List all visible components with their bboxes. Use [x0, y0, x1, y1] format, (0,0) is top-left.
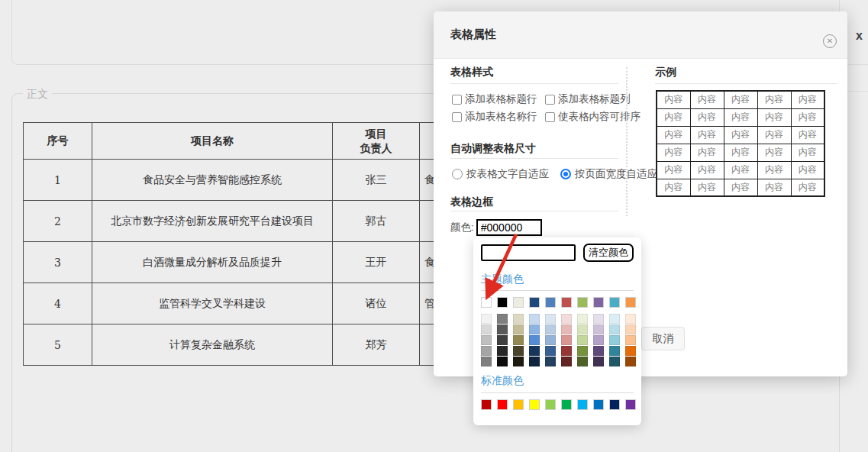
standard-color-swatch[interactable]: [497, 399, 508, 410]
theme-variant-swatch[interactable]: [497, 324, 508, 334]
theme-variant-swatch[interactable]: [609, 314, 620, 324]
theme-variant-swatch[interactable]: [545, 357, 556, 366]
theme-variant-swatch[interactable]: [609, 324, 620, 334]
example-cell: 内容: [757, 179, 791, 196]
theme-variant-swatch[interactable]: [529, 324, 540, 334]
checkbox[interactable]: [452, 112, 462, 122]
theme-variant-swatch[interactable]: [497, 346, 508, 356]
cutoff-toolbar-icon: x: [856, 29, 863, 43]
standard-color-swatch[interactable]: [481, 399, 492, 410]
theme-color-swatch[interactable]: [513, 297, 524, 308]
color-picker-input[interactable]: [481, 244, 576, 261]
divider: [847, 64, 868, 65]
standard-color-swatch[interactable]: [529, 399, 540, 410]
table-cell: 3: [24, 242, 92, 283]
theme-variant-swatch[interactable]: [577, 357, 588, 366]
theme-variant-swatch[interactable]: [497, 357, 508, 366]
example-cell: 内容: [690, 161, 724, 179]
checkbox[interactable]: [545, 112, 555, 122]
theme-variant-swatch[interactable]: [529, 346, 540, 356]
theme-variant-swatch[interactable]: [561, 314, 572, 324]
checkbox[interactable]: [545, 95, 555, 105]
theme-variant-swatch[interactable]: [481, 357, 492, 366]
table-style-checkbox-item[interactable]: 添加表格标题行: [452, 93, 545, 105]
theme-variant-swatch[interactable]: [593, 314, 604, 324]
theme-variant-swatch[interactable]: [481, 314, 492, 324]
theme-variant-swatch[interactable]: [609, 357, 620, 366]
theme-variant-swatch[interactable]: [577, 346, 588, 356]
theme-variant-swatch[interactable]: [625, 357, 636, 366]
theme-variant-swatch[interactable]: [593, 324, 604, 334]
theme-variant-swatch[interactable]: [513, 357, 524, 366]
clear-color-button[interactable]: 清空颜色: [583, 244, 634, 262]
theme-variant-swatch[interactable]: [513, 346, 524, 356]
standard-color-swatch[interactable]: [625, 399, 636, 410]
theme-color-swatch[interactable]: [497, 297, 508, 308]
theme-variant-swatch[interactable]: [593, 357, 604, 366]
example-cell: 内容: [724, 144, 757, 161]
border-color-input[interactable]: [476, 219, 542, 236]
theme-variant-swatch[interactable]: [625, 324, 636, 334]
close-icon[interactable]: ✕: [823, 34, 837, 48]
border-color-row: 颜色:: [450, 219, 542, 236]
theme-variant-swatch[interactable]: [545, 346, 556, 356]
theme-variant-swatch[interactable]: [609, 346, 620, 356]
theme-color-swatch[interactable]: [577, 297, 588, 308]
standard-color-swatch[interactable]: [513, 399, 524, 410]
standard-color-swatch[interactable]: [593, 399, 604, 410]
theme-color-swatch[interactable]: [545, 297, 556, 308]
theme-variant-swatch[interactable]: [545, 324, 556, 334]
theme-variant-swatch[interactable]: [529, 357, 540, 366]
color-picker-popup: 清空颜色 主题颜色 标准颜色: [473, 237, 641, 425]
theme-variant-swatch[interactable]: [593, 335, 604, 345]
theme-color-swatch[interactable]: [529, 297, 540, 308]
example-cell: 内容: [791, 144, 824, 161]
autosize-radio-item[interactable]: 按表格文字自适应: [452, 167, 549, 180]
table-style-checkbox-item[interactable]: 添加表格名称行: [452, 111, 545, 123]
theme-variant-swatch[interactable]: [481, 335, 492, 345]
standard-colors-link[interactable]: 标准颜色: [481, 374, 524, 388]
theme-color-swatch[interactable]: [625, 297, 636, 308]
theme-color-swatch[interactable]: [593, 297, 604, 308]
section-title-border: 表格边框: [450, 195, 493, 209]
theme-variant-swatch[interactable]: [545, 335, 556, 345]
radio[interactable]: [452, 169, 463, 179]
theme-variant-swatch[interactable]: [481, 324, 492, 334]
standard-color-swatch[interactable]: [609, 399, 620, 410]
theme-variant-swatch[interactable]: [529, 314, 540, 324]
theme-variant-swatch[interactable]: [513, 314, 524, 324]
cancel-button[interactable]: 取消: [641, 327, 685, 350]
checkbox[interactable]: [452, 95, 462, 105]
theme-variant-swatch[interactable]: [561, 357, 572, 366]
theme-variant-swatch[interactable]: [577, 314, 588, 324]
theme-color-swatch[interactable]: [609, 297, 620, 308]
theme-variant-swatch[interactable]: [593, 346, 604, 356]
theme-variant-swatch[interactable]: [545, 314, 556, 324]
theme-variant-swatch[interactable]: [529, 335, 540, 345]
autosize-radio-item[interactable]: 按页面宽度自适应: [560, 167, 657, 180]
radio-selected[interactable]: [560, 169, 571, 179]
theme-variant-swatch[interactable]: [513, 324, 524, 334]
standard-color-swatch[interactable]: [577, 399, 588, 410]
standard-color-swatch[interactable]: [545, 399, 556, 410]
theme-color-swatch[interactable]: [481, 297, 492, 308]
theme-variant-swatch[interactable]: [513, 335, 524, 345]
example-cell: 内容: [757, 144, 791, 161]
theme-variant-swatch[interactable]: [625, 314, 636, 324]
theme-variant-swatch[interactable]: [625, 335, 636, 345]
theme-variant-swatch[interactable]: [561, 346, 572, 356]
theme-variant-swatch[interactable]: [561, 335, 572, 345]
theme-variant-swatch[interactable]: [497, 335, 508, 345]
theme-variant-swatch[interactable]: [625, 346, 636, 356]
theme-variant-swatch[interactable]: [561, 324, 572, 334]
theme-variant-swatch[interactable]: [609, 335, 620, 345]
theme-variant-swatch[interactable]: [577, 324, 588, 334]
theme-variant-swatch[interactable]: [497, 314, 508, 324]
theme-variant-swatch[interactable]: [481, 346, 492, 356]
theme-colors-link[interactable]: 主题颜色: [481, 273, 524, 286]
theme-variant-swatch[interactable]: [577, 335, 588, 345]
standard-color-swatch[interactable]: [561, 399, 572, 410]
example-cell: 内容: [657, 126, 690, 144]
theme-color-swatch[interactable]: [561, 297, 572, 308]
radio-label: 按页面宽度自适应: [575, 167, 657, 181]
